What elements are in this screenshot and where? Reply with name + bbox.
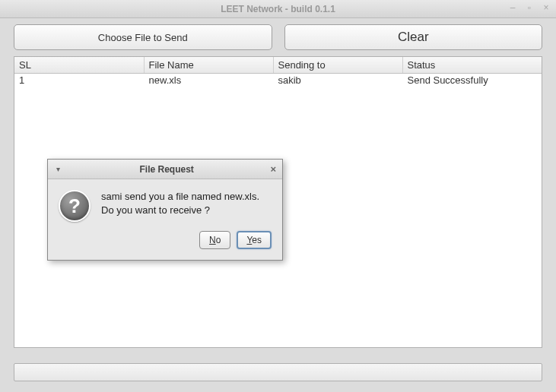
file-request-dialog: ▾ File Request × ? sami send you a file … [47, 159, 283, 261]
yes-button[interactable]: Yes [237, 231, 272, 249]
clear-button[interactable]: Clear [284, 24, 543, 50]
dialog-body: ? sami send you a file named new.xls. Do… [48, 179, 282, 231]
dialog-message-line2: Do you want to receive ? [101, 204, 259, 217]
no-label-rest: o [216, 235, 221, 245]
window-body: Choose File to Send Clear SL File Name S… [0, 18, 556, 392]
header-filename[interactable]: File Name [144, 57, 273, 74]
no-button[interactable]: No [199, 231, 230, 249]
close-icon[interactable]: × [541, 2, 551, 13]
file-table: SL File Name Sending to Status 1 new.xls… [14, 57, 542, 87]
minimize-icon[interactable]: – [507, 2, 518, 13]
header-status[interactable]: Status [402, 57, 542, 74]
table-header-row: SL File Name Sending to Status [14, 57, 542, 74]
cell-status: Send Successfully [402, 74, 542, 87]
window-title: LEET Network - build 0.1.1 [221, 4, 335, 14]
choose-file-button[interactable]: Choose File to Send [14, 24, 272, 50]
window-controls: – ▫ × [507, 2, 551, 13]
window-titlebar: LEET Network - build 0.1.1 – ▫ × [0, 0, 556, 18]
dialog-titlebar[interactable]: ▾ File Request × [48, 160, 282, 179]
dialog-menu-icon[interactable]: ▾ [52, 165, 63, 173]
cell-filename: new.xls [144, 74, 273, 87]
cell-sendingto: sakib [273, 74, 402, 87]
header-sendingto[interactable]: Sending to [273, 57, 402, 74]
yes-label-rest: es [252, 235, 262, 245]
dialog-message: sami send you a file named new.xls. Do y… [101, 190, 259, 222]
top-button-row: Choose File to Send Clear [14, 24, 542, 50]
question-icon: ? [59, 190, 91, 222]
maximize-icon[interactable]: ▫ [524, 2, 535, 13]
table-row[interactable]: 1 new.xls sakib Send Successfully [14, 74, 542, 87]
header-sl[interactable]: SL [14, 57, 144, 74]
status-bar [14, 363, 542, 381]
dialog-button-row: No Yes [48, 231, 282, 260]
cell-sl: 1 [14, 74, 144, 87]
dialog-message-line1: sami send you a file named new.xls. [101, 190, 259, 204]
dialog-title: File Request [63, 164, 270, 175]
dialog-close-icon[interactable]: × [270, 163, 276, 175]
